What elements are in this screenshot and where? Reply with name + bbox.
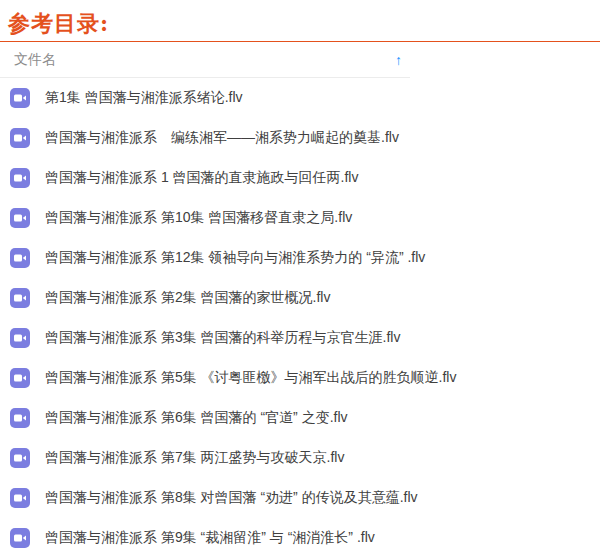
file-row[interactable]: 曾国藩与湘淮派系 第3集 曾国藩的科举历程与京官生涯.flv bbox=[0, 318, 410, 358]
file-table: 文件名 ↑ 第1集 曾国藩与湘淮派系绪论.flv 曾国藩与湘淮派系 编练湘军——… bbox=[0, 42, 410, 554]
file-table-header[interactable]: 文件名 ↑ bbox=[0, 42, 410, 78]
video-file-icon bbox=[10, 368, 30, 388]
video-file-icon bbox=[10, 528, 30, 548]
video-file-icon bbox=[10, 448, 30, 468]
file-row[interactable]: 曾国藩与湘淮派系 第5集 《讨粤匪檄》与湘军出战后的胜负顺逆.flv bbox=[0, 358, 410, 398]
video-file-icon bbox=[10, 328, 30, 348]
file-row[interactable]: 曾国藩与湘淮派系 第9集 “裁湘留淮” 与 “湘消淮长” .flv bbox=[0, 518, 410, 554]
file-row[interactable]: 第1集 曾国藩与湘淮派系绪论.flv bbox=[0, 78, 410, 118]
video-file-icon bbox=[10, 128, 30, 148]
file-row[interactable]: 曾国藩与湘淮派系 第10集 曾国藩移督直隶之局.flv bbox=[0, 198, 410, 238]
file-name: 第1集 曾国藩与湘淮派系绪论.flv bbox=[45, 89, 243, 107]
video-file-icon bbox=[10, 408, 30, 428]
file-name: 曾国藩与湘淮派系 1 曾国藩的直隶施政与回任两.flv bbox=[45, 169, 358, 187]
file-row[interactable]: 曾国藩与湘淮派系 第12集 领袖导向与湘淮系势力的 “异流” .flv bbox=[0, 238, 410, 278]
file-directory-page: 参考目录: 文件名 ↑ 第1集 曾国藩与湘淮派系绪论.flv 曾国藩与湘淮派系 … bbox=[0, 0, 600, 554]
file-row[interactable]: 曾国藩与湘淮派系 编练湘军——湘系势力崛起的奠基.flv bbox=[0, 118, 410, 158]
video-file-icon bbox=[10, 488, 30, 508]
page-title: 参考目录: bbox=[0, 0, 600, 41]
video-file-icon bbox=[10, 168, 30, 188]
sort-ascending-icon[interactable]: ↑ bbox=[395, 53, 402, 67]
video-file-icon bbox=[10, 88, 30, 108]
file-row[interactable]: 曾国藩与湘淮派系 第7集 两江盛势与攻破天京.flv bbox=[0, 438, 410, 478]
file-row[interactable]: 曾国藩与湘淮派系 第6集 曾国藩的 “官道” 之变.flv bbox=[0, 398, 410, 438]
file-row[interactable]: 曾国藩与湘淮派系 第8集 对曾国藩 “劝进” 的传说及其意蕴.flv bbox=[0, 478, 410, 518]
file-name: 曾国藩与湘淮派系 第2集 曾国藩的家世概况.flv bbox=[45, 289, 330, 307]
column-header-filename[interactable]: 文件名 bbox=[14, 51, 56, 69]
file-name: 曾国藩与湘淮派系 第6集 曾国藩的 “官道” 之变.flv bbox=[45, 409, 348, 427]
file-name: 曾国藩与湘淮派系 第10集 曾国藩移督直隶之局.flv bbox=[45, 209, 352, 227]
file-name: 曾国藩与湘淮派系 第9集 “裁湘留淮” 与 “湘消淮长” .flv bbox=[45, 529, 375, 547]
file-name: 曾国藩与湘淮派系 第12集 领袖导向与湘淮系势力的 “异流” .flv bbox=[45, 249, 425, 267]
file-row[interactable]: 曾国藩与湘淮派系 第2集 曾国藩的家世概况.flv bbox=[0, 278, 410, 318]
file-name: 曾国藩与湘淮派系 第7集 两江盛势与攻破天京.flv bbox=[45, 449, 344, 467]
video-file-icon bbox=[10, 208, 30, 228]
file-name: 曾国藩与湘淮派系 第8集 对曾国藩 “劝进” 的传说及其意蕴.flv bbox=[45, 489, 418, 507]
file-name: 曾国藩与湘淮派系 编练湘军——湘系势力崛起的奠基.flv bbox=[45, 129, 399, 147]
video-file-icon bbox=[10, 248, 30, 268]
file-name: 曾国藩与湘淮派系 第5集 《讨粤匪檄》与湘军出战后的胜负顺逆.flv bbox=[45, 369, 456, 387]
file-row[interactable]: 曾国藩与湘淮派系 1 曾国藩的直隶施政与回任两.flv bbox=[0, 158, 410, 198]
video-file-icon bbox=[10, 288, 30, 308]
file-name: 曾国藩与湘淮派系 第3集 曾国藩的科举历程与京官生涯.flv bbox=[45, 329, 400, 347]
